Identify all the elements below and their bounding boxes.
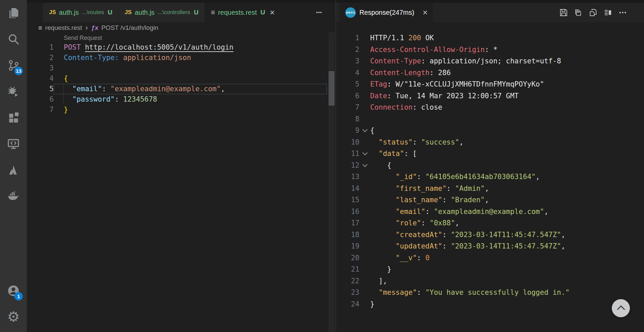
fold-chevron-icon[interactable]: [359, 125, 370, 136]
fold-gutter: [359, 183, 370, 195]
line-number: 3: [336, 55, 359, 67]
breadcrumb-file[interactable]: requests.rest: [45, 24, 82, 32]
response-actions: [559, 3, 628, 22]
code-line-16[interactable]: 16 "email": "exampleadmin@example.com",: [336, 206, 644, 218]
extensions-icon[interactable]: [0, 105, 27, 131]
code-text: "last_name": "Braden",: [370, 194, 489, 206]
send-request-link[interactable]: Send Request: [64, 35, 102, 42]
save-response-body-icon[interactable]: [574, 8, 583, 17]
code-text: {: [370, 160, 391, 171]
code-line-10[interactable]: 10 "status": "success",: [336, 136, 644, 148]
code-line-12[interactable]: 12 {: [336, 160, 644, 171]
tab-requests.rest[interactable]: ≡requests.restU×: [205, 3, 281, 22]
line-number: 5: [27, 84, 54, 94]
line-number: 20: [336, 252, 359, 264]
open-response-in-editor-icon[interactable]: [603, 8, 613, 17]
code-line-9[interactable]: 9{: [336, 125, 644, 136]
code-line-1[interactable]: 1POST http://localhost:5005/v1/auth/logi…: [27, 42, 336, 53]
code-line-24[interactable]: 24}: [336, 298, 644, 310]
accounts-icon[interactable]: 1: [0, 278, 27, 304]
code-text: }: [54, 105, 327, 115]
tab-auth.js[interactable]: JSauth.js...\controllersU: [119, 3, 205, 22]
code-line-8[interactable]: 8: [336, 113, 644, 125]
search-icon[interactable]: [0, 26, 27, 52]
code-line-6[interactable]: 6 "password": 12345678: [27, 94, 336, 105]
code-text: "first_name": "Admin",: [370, 183, 489, 195]
close-icon[interactable]: ×: [423, 8, 428, 17]
tab-auth.js[interactable]: JSauth.js...\routesU: [43, 3, 118, 22]
code-line-14[interactable]: 14 "first_name": "Admin",: [336, 183, 644, 195]
code-line-11[interactable]: 11 "data": [: [336, 148, 644, 160]
line-number: 10: [336, 136, 359, 148]
code-text: "message": "You have successfully logged…: [370, 287, 569, 298]
line-number: 17: [336, 217, 359, 229]
code-text: Content-Type: application/json: [54, 53, 327, 63]
code-line-15[interactable]: 15 "last_name": "Braden",: [336, 194, 644, 206]
git-status-badge: U: [194, 9, 199, 16]
code-line-6[interactable]: 6Date: Tue, 14 Mar 2023 12:00:57 GMT: [336, 90, 644, 102]
line-number: 15: [336, 194, 359, 206]
response-viewer[interactable]: 1HTTP/1.1 200 OK2Access-Control-Allow-Or…: [336, 32, 644, 310]
code-line-4[interactable]: 4Content-Length: 286: [336, 67, 644, 79]
tab-description: ...\controllers: [157, 9, 190, 16]
settings-gear-icon[interactable]: ⚙: [0, 304, 27, 330]
more-actions-button[interactable]: •••: [316, 3, 322, 22]
line-number: 22: [336, 275, 359, 287]
fold-chevron-icon[interactable]: [359, 160, 370, 171]
left-editor-scrollbar[interactable]: [329, 32, 335, 332]
atlassian-logo-icon: [7, 164, 20, 176]
more-actions-icon[interactable]: [618, 8, 628, 17]
line-number: 1: [27, 42, 54, 53]
code-line-19[interactable]: 19 "updatedAt": "2023-03-14T11:45:47.547…: [336, 240, 644, 252]
code-line-17[interactable]: 17 "role": "0x88",: [336, 217, 644, 229]
code-text: }: [370, 264, 391, 275]
code-text: Content-Length: 286: [370, 67, 451, 79]
code-line-2[interactable]: 2Content-Type: application/json: [27, 53, 336, 63]
code-line-7[interactable]: 7Connection: close: [336, 102, 644, 113]
line-number: 6: [27, 94, 54, 105]
code-line-20[interactable]: 20 "__v": 0: [336, 252, 644, 264]
fold-gutter: [359, 171, 370, 183]
docker-icon[interactable]: [0, 183, 27, 209]
git-status-badge: U: [108, 9, 112, 16]
code-line-5[interactable]: 5 "email": "exampleadmin@example.com",: [27, 84, 336, 94]
breadcrumb[interactable]: ≡ requests.rest › ƒx POST /v1/auth/login: [27, 22, 336, 34]
fold-chevron-icon[interactable]: [359, 148, 370, 160]
scroll-to-top-button[interactable]: [612, 299, 630, 317]
fold-gutter: [359, 55, 370, 67]
code-text: "__v": 0: [370, 252, 430, 264]
code-line-7[interactable]: 7}: [27, 105, 336, 115]
request-editor[interactable]: 1POST http://localhost:5005/v1/auth/logi…: [27, 42, 336, 115]
source-control-icon[interactable]: 13: [0, 52, 27, 78]
run-debug-icon[interactable]: [0, 78, 27, 105]
save-response-icon[interactable]: [559, 8, 568, 17]
code-line-23[interactable]: 23 "message": "You have successfully log…: [336, 287, 644, 298]
breadcrumb-symbol[interactable]: POST /v1/auth/login: [101, 24, 158, 32]
rest-client-icon: {REST}: [345, 7, 356, 18]
code-line-2[interactable]: 2Access-Control-Allow-Origin: *: [336, 44, 644, 56]
explorer-icon[interactable]: [0, 0, 27, 26]
code-line-3[interactable]: 3: [27, 63, 336, 73]
code-line-3[interactable]: 3Content-Type: application/json; charset…: [336, 55, 644, 67]
tab-response[interactable]: {REST} Response(247ms) ×: [340, 3, 433, 22]
response-tab-label: Response(247ms): [359, 9, 414, 16]
git-status-badge: U: [260, 9, 265, 16]
atlassian-icon[interactable]: [0, 157, 27, 183]
code-text: "status": "success",: [370, 136, 463, 148]
close-icon[interactable]: ×: [270, 8, 275, 17]
tab-bar-left: JSauth.js...\routesUJSauth.js...\control…: [27, 0, 336, 22]
copy-response-body-icon[interactable]: [588, 8, 598, 17]
code-line-21[interactable]: 21 }: [336, 264, 644, 275]
code-line-1[interactable]: 1HTTP/1.1 200 OK: [336, 32, 644, 44]
scrollbar-thumb[interactable]: [329, 71, 335, 106]
line-number: 9: [336, 125, 359, 136]
remote-explorer-icon[interactable]: [0, 131, 27, 157]
code-line-22[interactable]: 22 ],: [336, 275, 644, 287]
code-text: "data": [: [370, 148, 417, 160]
fold-gutter: [359, 113, 370, 125]
code-line-4[interactable]: 4{: [27, 73, 336, 84]
code-line-5[interactable]: 5ETag: W/"11e-xCCLUJjXMH6TDfnnFMYmqPOYyK…: [336, 78, 644, 90]
code-line-13[interactable]: 13 "_id": "64105e6b41634ab703063164",: [336, 171, 644, 183]
code-line-18[interactable]: 18 "createdAt": "2023-03-14T11:45:47.547…: [336, 229, 644, 241]
rest-file-icon: ≡: [38, 24, 42, 32]
